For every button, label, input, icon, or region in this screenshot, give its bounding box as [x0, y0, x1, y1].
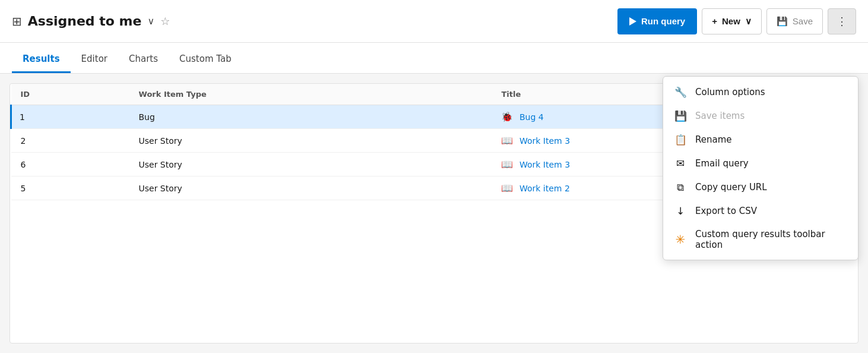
tab-editor[interactable]: Editor — [71, 46, 118, 73]
work-item-link[interactable]: Work Item 3 — [519, 160, 570, 169]
main-content: ID Work Item Type Title 1 Bug 🐞 Bug 4 2 … — [0, 74, 868, 353]
bug-icon: 🐞 — [501, 111, 513, 122]
cell-id: 5 — [11, 176, 129, 200]
copy-icon: ⧉ — [674, 181, 687, 193]
download-icon: ↓ — [674, 205, 687, 217]
new-chevron-icon: ∨ — [745, 16, 752, 27]
dropdown-menu: 🔧 Column options 💾 Save items 📋 Rename ✉… — [663, 76, 859, 260]
table-icon: ⊞ — [12, 14, 22, 29]
menu-item-column-options[interactable]: 🔧 Column options — [663, 80, 858, 104]
work-item-link[interactable]: Work item 2 — [519, 184, 570, 193]
menu-item-export-csv[interactable]: ↓ Export to CSV — [663, 199, 858, 223]
menu-label-copy-url: Copy query URL — [695, 182, 767, 193]
wrench-icon: 🔧 — [674, 86, 687, 98]
run-query-button[interactable]: Run query — [617, 8, 697, 34]
header-left: ⊞ Assigned to me ∨ ☆ — [12, 14, 610, 29]
new-label: New — [722, 16, 740, 26]
menu-label-export-csv: Export to CSV — [695, 206, 757, 216]
menu-item-rename[interactable]: 📋 Rename — [663, 128, 858, 152]
header: ⊞ Assigned to me ∨ ☆ Run query + New ∨ 💾… — [0, 0, 868, 43]
cell-id: 2 — [11, 129, 129, 153]
play-icon — [629, 17, 636, 26]
menu-item-copy-url[interactable]: ⧉ Copy query URL — [663, 175, 858, 199]
menu-label-rename: Rename — [695, 134, 732, 145]
cell-id: 1 — [11, 105, 129, 129]
save-label: Save — [793, 16, 813, 26]
more-icon: ⋮ — [837, 15, 847, 28]
col-id: ID — [11, 84, 129, 105]
cell-type: Bug — [129, 105, 492, 129]
asterisk-icon: ✳ — [674, 232, 687, 247]
col-work-item-type: Work Item Type — [129, 84, 492, 105]
header-actions: Run query + New ∨ 💾 Save ⋮ — [617, 8, 856, 34]
new-plus-icon: + — [712, 16, 717, 26]
tab-results[interactable]: Results — [12, 46, 71, 73]
cell-type: User Story — [129, 129, 492, 153]
menu-label-column-options: Column options — [695, 87, 765, 97]
save-disk-icon: 💾 — [777, 16, 788, 27]
book-icon: 📖 — [501, 182, 513, 194]
query-title: Assigned to me — [28, 14, 142, 29]
cell-type: User Story — [129, 153, 492, 176]
cell-id: 6 — [11, 153, 129, 176]
menu-item-save-items: 💾 Save items — [663, 104, 858, 128]
more-button[interactable]: ⋮ — [828, 8, 856, 34]
rename-icon: 📋 — [674, 134, 687, 146]
menu-label-email-query: Email query — [695, 158, 749, 169]
menu-label-save-items: Save items — [695, 111, 745, 121]
new-button[interactable]: + New ∨ — [702, 8, 762, 34]
menu-item-custom-action[interactable]: ✳ Custom query results toolbar action — [663, 223, 858, 256]
tabs-bar: Results Editor Charts Custom Tab — [0, 43, 868, 74]
book-icon: 📖 — [501, 159, 513, 170]
star-icon[interactable]: ☆ — [160, 15, 170, 27]
tab-custom-tab[interactable]: Custom Tab — [169, 46, 242, 73]
save-icon: 💾 — [674, 110, 687, 122]
work-item-link[interactable]: Work Item 3 — [519, 136, 570, 146]
chevron-down-icon[interactable]: ∨ — [147, 15, 154, 27]
email-icon: ✉ — [674, 157, 687, 169]
run-query-label: Run query — [641, 16, 685, 26]
menu-item-email-query[interactable]: ✉ Email query — [663, 152, 858, 175]
work-item-link[interactable]: Bug 4 — [519, 112, 544, 122]
tab-charts[interactable]: Charts — [118, 46, 169, 73]
book-icon: 📖 — [501, 135, 513, 146]
menu-label-custom-action: Custom query results toolbar action — [695, 229, 847, 250]
save-button[interactable]: 💾 Save — [766, 8, 823, 34]
cell-type: User Story — [129, 176, 492, 200]
